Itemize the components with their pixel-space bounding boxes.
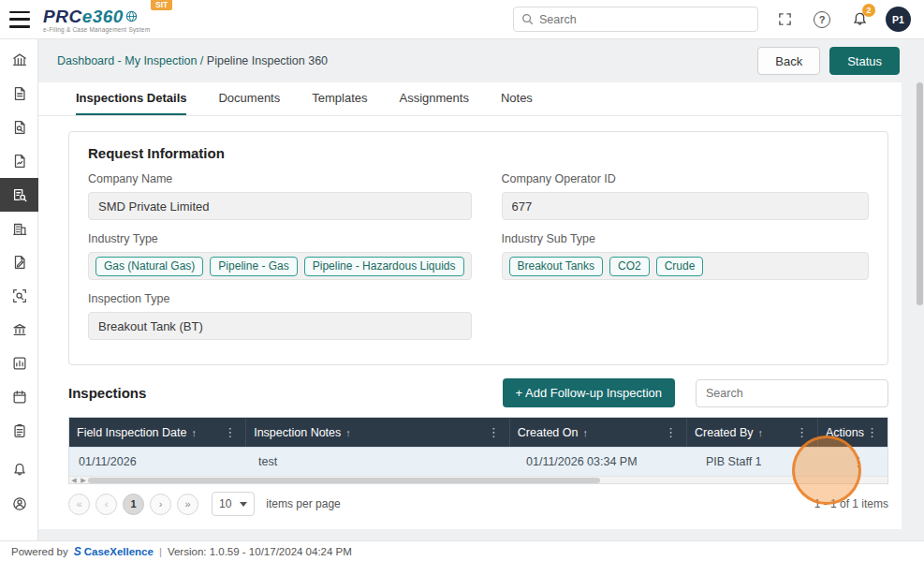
brand-prc: PRC — [43, 7, 82, 25]
inspections-search-input[interactable] — [696, 379, 888, 407]
pager-first-icon[interactable]: « — [68, 494, 90, 515]
industry-sub-type-chip: CO2 — [609, 257, 650, 276]
main-content: Dashboard - My Inspection / Pipeline Ins… — [38, 39, 924, 540]
horizontal-scrollbar[interactable]: ◀ ▶ — [69, 476, 887, 483]
column-actions[interactable]: Actions⋮ — [818, 418, 887, 447]
fullscreen-icon[interactable] — [773, 8, 796, 31]
column-menu-icon[interactable]: ⋮ — [864, 425, 880, 439]
company-name-input[interactable] — [88, 192, 472, 220]
add-follow-up-inspection-button[interactable]: + Add Follow-up Inspection — [503, 378, 675, 407]
sidebar-item-bank[interactable] — [0, 313, 38, 347]
sidebar-item-file[interactable] — [0, 77, 38, 111]
scroll-right-icon[interactable]: ▶ — [79, 477, 88, 484]
inspection-type-label: Inspection Type — [88, 292, 472, 305]
tab-assignments[interactable]: Assignments — [399, 82, 468, 115]
tab-inspections-details[interactable]: Inspections Details — [76, 82, 186, 115]
clipboard-icon — [11, 422, 28, 439]
pager-page-1[interactable]: 1 — [123, 494, 144, 515]
cell-created-by: PIB Staff 1 — [697, 448, 829, 476]
sidebar-item-institution[interactable] — [0, 43, 38, 77]
column-inspection-notes[interactable]: Inspection Notes↑⋮ — [246, 418, 510, 447]
company-name-field-group: Company Name — [88, 172, 472, 220]
sort-asc-icon[interactable]: ↑ — [345, 427, 351, 438]
brand-text: PRCe360 — [43, 7, 150, 25]
brand-e360: e360 — [82, 7, 124, 25]
sidebar-item-file-edit[interactable] — [0, 245, 38, 279]
sort-asc-icon[interactable]: ↑ — [191, 427, 197, 438]
column-created-by[interactable]: Created By↑⋮ — [687, 418, 818, 447]
page-size-dropdown[interactable]: 10 — [212, 492, 255, 516]
tab-documents[interactable]: Documents — [218, 82, 280, 115]
scroll-left-icon[interactable]: ◀ — [69, 477, 79, 484]
back-button[interactable]: Back — [757, 47, 820, 75]
sidebar-item-file-report[interactable] — [0, 144, 38, 178]
column-field-inspection-date[interactable]: Field Inspection Date↑⋮ — [69, 418, 246, 447]
sidebar-item-user[interactable] — [0, 487, 38, 521]
bank-icon — [11, 321, 28, 338]
pager-last-icon[interactable]: » — [177, 494, 198, 515]
column-menu-icon[interactable]: ⋮ — [663, 425, 679, 439]
cell-created-on: 01/11/2026 03:34 PM — [517, 448, 697, 476]
pager-summary: 1 - 1 of 1 items — [814, 497, 888, 510]
industry-type-chips[interactable]: Gas (Natural Gas) Pipeline - Gas Pipelin… — [88, 252, 472, 280]
pagination-bar: « ‹ 1 › » 10 items per page 1 - 1 of 1 i… — [68, 492, 888, 516]
industry-sub-type-label: Industry Sub Type — [502, 232, 870, 245]
industry-sub-type-field-group: Industry Sub Type Breakout Tanks CO2 Cru… — [502, 232, 870, 280]
industry-type-field-group: Industry Type Gas (Natural Gas) Pipeline… — [88, 232, 472, 280]
column-menu-icon[interactable]: ⋮ — [794, 425, 810, 439]
column-menu-icon[interactable]: ⋮ — [222, 425, 238, 439]
column-menu-icon[interactable]: ⋮ — [486, 425, 502, 439]
vertical-scroll-thumb[interactable] — [917, 82, 923, 305]
sidebar-item-file-search[interactable] — [0, 111, 38, 144]
footer-separator: | — [159, 546, 162, 557]
request-information-card: Request Information Company Name Company… — [68, 131, 888, 365]
brand-tagline: e-Filing & Case Management System — [43, 27, 150, 34]
help-icon[interactable]: ? — [811, 8, 833, 31]
sidebar-item-clipboard[interactable] — [0, 414, 38, 448]
status-button[interactable]: Status — [829, 47, 900, 75]
inspection-type-input[interactable] — [88, 312, 472, 340]
sidebar-item-bell[interactable] — [0, 453, 38, 487]
row-actions-menu-icon[interactable]: ⋮ — [852, 454, 865, 469]
horizontal-scroll-thumb[interactable] — [88, 478, 600, 483]
top-bar: PRCe360 e-Filing & Case Management Syste… — [0, 0, 924, 39]
file-report-icon — [11, 153, 28, 170]
breadcrumb: Dashboard - My Inspection / Pipeline Ins… — [57, 54, 328, 67]
table-header-row: Field Inspection Date↑⋮ Inspection Notes… — [69, 418, 887, 447]
sidebar-item-inspection-search[interactable] — [0, 178, 38, 212]
sort-asc-icon[interactable]: ↑ — [582, 427, 588, 438]
table-row[interactable]: 01/11/2026 test 01/11/2026 03:34 PM PIB … — [69, 447, 887, 476]
tab-notes[interactable]: Notes — [501, 82, 533, 115]
notifications-bell-icon[interactable]: 2 — [848, 8, 871, 31]
global-search-input[interactable] — [539, 13, 750, 26]
cell-inspection-notes: test — [249, 448, 517, 476]
sidebar-item-scan-search[interactable] — [0, 279, 38, 313]
sort-asc-icon[interactable]: ↑ — [758, 427, 764, 438]
industry-sub-type-chip: Breakout Tanks — [509, 257, 604, 276]
user-avatar[interactable]: P1 — [886, 7, 911, 32]
pager-next-icon[interactable]: › — [150, 494, 171, 515]
company-name-label: Company Name — [88, 172, 472, 185]
sidebar-item-calendar[interactable] — [0, 380, 38, 414]
breadcrumb-separator: / — [197, 54, 206, 67]
global-search — [513, 7, 758, 32]
pager-previous-icon[interactable]: ‹ — [95, 494, 117, 515]
search-icon — [521, 13, 534, 25]
breadcrumb-link[interactable]: Dashboard - My Inspection — [57, 54, 197, 67]
user-icon — [11, 495, 28, 512]
inspection-panel: Inspections Details Documents Templates … — [38, 82, 902, 529]
company-operator-id-input[interactable] — [502, 192, 870, 220]
sidebar-item-organization[interactable] — [0, 212, 38, 245]
sidebar-item-chart[interactable] — [0, 347, 38, 380]
tab-bar: Inspections Details Documents Templates … — [38, 82, 902, 116]
tab-templates[interactable]: Templates — [312, 82, 367, 115]
hamburger-menu-icon[interactable] — [9, 11, 30, 28]
app-logo[interactable]: PRCe360 e-Filing & Case Management Syste… — [43, 6, 150, 34]
environment-badge: SIT — [151, 0, 172, 10]
casexellence-link[interactable]: S CaseXellence — [74, 545, 154, 558]
industry-sub-type-chip: Crude — [656, 257, 704, 276]
column-created-on[interactable]: Created On↑⋮ — [510, 418, 687, 447]
industry-sub-type-chips[interactable]: Breakout Tanks CO2 Crude — [502, 252, 870, 280]
globe-icon — [125, 10, 138, 22]
vertical-scrollbar[interactable] — [916, 82, 924, 532]
